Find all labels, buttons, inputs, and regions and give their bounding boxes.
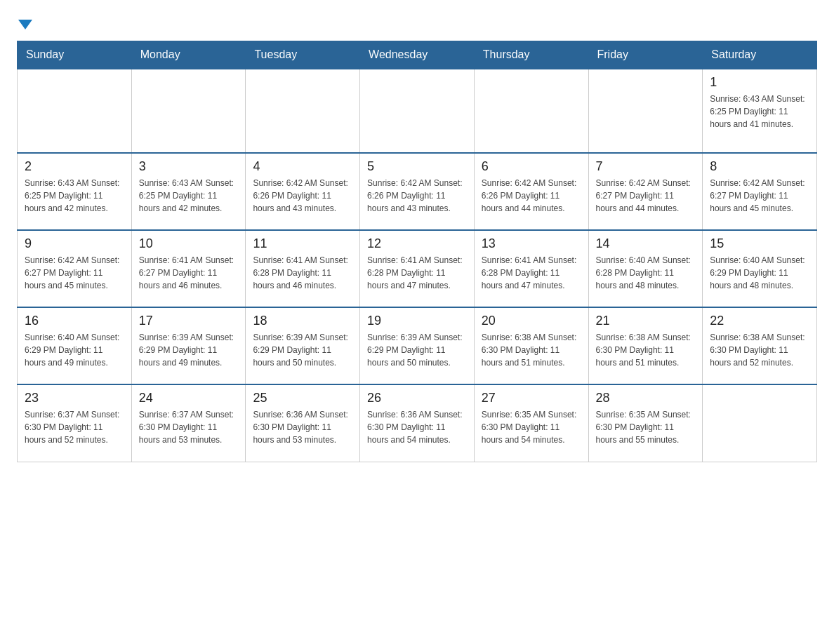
calendar-cell: 24Sunrise: 6:37 AM Sunset: 6:30 PM Dayli… [131, 384, 246, 462]
day-number: 10 [139, 236, 239, 251]
calendar-cell: 27Sunrise: 6:35 AM Sunset: 6:30 PM Dayli… [474, 384, 588, 462]
day-info: Sunrise: 6:41 AM Sunset: 6:28 PM Dayligh… [482, 254, 581, 292]
day-info: Sunrise: 6:39 AM Sunset: 6:29 PM Dayligh… [253, 331, 352, 369]
calendar-cell: 1Sunrise: 6:43 AM Sunset: 6:25 PM Daylig… [703, 69, 817, 153]
calendar-cell: 10Sunrise: 6:41 AM Sunset: 6:27 PM Dayli… [131, 230, 246, 307]
day-info: Sunrise: 6:35 AM Sunset: 6:30 PM Dayligh… [596, 408, 696, 446]
day-number: 24 [139, 391, 239, 405]
weekday-header-saturday: Saturday [703, 41, 817, 69]
day-info: Sunrise: 6:37 AM Sunset: 6:30 PM Dayligh… [25, 408, 124, 446]
day-number: 16 [25, 314, 124, 328]
day-number: 26 [367, 391, 467, 405]
day-number: 28 [596, 391, 696, 405]
calendar-cell: 12Sunrise: 6:41 AM Sunset: 6:28 PM Dayli… [360, 230, 475, 307]
day-info: Sunrise: 6:39 AM Sunset: 6:29 PM Dayligh… [139, 331, 239, 369]
calendar-cell: 5Sunrise: 6:42 AM Sunset: 6:26 PM Daylig… [360, 153, 475, 230]
day-info: Sunrise: 6:41 AM Sunset: 6:28 PM Dayligh… [367, 254, 467, 292]
calendar-cell: 23Sunrise: 6:37 AM Sunset: 6:30 PM Dayli… [18, 384, 132, 462]
day-number: 3 [139, 159, 239, 174]
calendar-cell [588, 69, 703, 153]
day-number: 25 [253, 391, 352, 405]
calendar-cell: 26Sunrise: 6:36 AM Sunset: 6:30 PM Dayli… [360, 384, 475, 462]
day-number: 1 [710, 75, 809, 90]
day-number: 27 [482, 391, 581, 405]
calendar-cell [703, 384, 817, 462]
day-number: 19 [367, 314, 467, 328]
weekday-header-friday: Friday [588, 41, 703, 69]
day-number: 5 [367, 159, 467, 174]
calendar-week-row: 1Sunrise: 6:43 AM Sunset: 6:25 PM Daylig… [18, 69, 817, 153]
day-info: Sunrise: 6:40 AM Sunset: 6:28 PM Dayligh… [596, 254, 696, 292]
weekday-header-row: SundayMondayTuesdayWednesdayThursdayFrid… [18, 41, 817, 69]
day-number: 7 [596, 159, 696, 174]
calendar-cell: 17Sunrise: 6:39 AM Sunset: 6:29 PM Dayli… [131, 307, 246, 384]
day-info: Sunrise: 6:36 AM Sunset: 6:30 PM Dayligh… [367, 408, 467, 446]
calendar-cell: 7Sunrise: 6:42 AM Sunset: 6:27 PM Daylig… [588, 153, 703, 230]
day-info: Sunrise: 6:42 AM Sunset: 6:26 PM Dayligh… [367, 177, 467, 215]
calendar-week-row: 2Sunrise: 6:43 AM Sunset: 6:25 PM Daylig… [18, 153, 817, 230]
calendar-cell: 11Sunrise: 6:41 AM Sunset: 6:28 PM Dayli… [246, 230, 360, 307]
calendar-cell: 9Sunrise: 6:42 AM Sunset: 6:27 PM Daylig… [18, 230, 132, 307]
calendar-cell: 8Sunrise: 6:42 AM Sunset: 6:27 PM Daylig… [703, 153, 817, 230]
calendar-cell: 20Sunrise: 6:38 AM Sunset: 6:30 PM Dayli… [474, 307, 588, 384]
calendar-cell: 22Sunrise: 6:38 AM Sunset: 6:30 PM Dayli… [703, 307, 817, 384]
calendar-cell [131, 69, 246, 153]
day-info: Sunrise: 6:40 AM Sunset: 6:29 PM Dayligh… [25, 331, 124, 369]
weekday-header-monday: Monday [131, 41, 246, 69]
day-number: 22 [710, 314, 809, 328]
calendar-cell: 21Sunrise: 6:38 AM Sunset: 6:30 PM Dayli… [588, 307, 703, 384]
day-info: Sunrise: 6:43 AM Sunset: 6:25 PM Dayligh… [25, 177, 124, 215]
weekday-header-wednesday: Wednesday [360, 41, 475, 69]
logo [17, 17, 32, 29]
day-number: 12 [367, 236, 467, 251]
day-number: 9 [25, 236, 124, 251]
calendar-week-row: 23Sunrise: 6:37 AM Sunset: 6:30 PM Dayli… [18, 384, 817, 462]
day-number: 20 [482, 314, 581, 328]
day-info: Sunrise: 6:42 AM Sunset: 6:27 PM Dayligh… [710, 177, 809, 215]
day-number: 18 [253, 314, 352, 328]
day-info: Sunrise: 6:39 AM Sunset: 6:29 PM Dayligh… [367, 331, 467, 369]
day-number: 2 [25, 159, 124, 174]
day-number: 17 [139, 314, 239, 328]
calendar-cell: 16Sunrise: 6:40 AM Sunset: 6:29 PM Dayli… [18, 307, 132, 384]
weekday-header-sunday: Sunday [18, 41, 132, 69]
day-info: Sunrise: 6:37 AM Sunset: 6:30 PM Dayligh… [139, 408, 239, 446]
day-info: Sunrise: 6:38 AM Sunset: 6:30 PM Dayligh… [482, 331, 581, 369]
weekday-header-tuesday: Tuesday [246, 41, 360, 69]
calendar-cell [18, 69, 132, 153]
calendar-cell [474, 69, 588, 153]
day-number: 11 [253, 236, 352, 251]
day-number: 14 [596, 236, 696, 251]
day-info: Sunrise: 6:43 AM Sunset: 6:25 PM Dayligh… [710, 93, 809, 130]
calendar-cell: 4Sunrise: 6:42 AM Sunset: 6:26 PM Daylig… [246, 153, 360, 230]
calendar-cell: 15Sunrise: 6:40 AM Sunset: 6:29 PM Dayli… [703, 230, 817, 307]
calendar-cell: 2Sunrise: 6:43 AM Sunset: 6:25 PM Daylig… [18, 153, 132, 230]
day-info: Sunrise: 6:42 AM Sunset: 6:27 PM Dayligh… [596, 177, 696, 215]
calendar-cell: 19Sunrise: 6:39 AM Sunset: 6:29 PM Dayli… [360, 307, 475, 384]
weekday-header-thursday: Thursday [474, 41, 588, 69]
page-header [17, 17, 817, 29]
day-info: Sunrise: 6:41 AM Sunset: 6:27 PM Dayligh… [139, 254, 239, 292]
day-number: 8 [710, 159, 809, 174]
day-info: Sunrise: 6:36 AM Sunset: 6:30 PM Dayligh… [253, 408, 352, 446]
calendar-cell: 13Sunrise: 6:41 AM Sunset: 6:28 PM Dayli… [474, 230, 588, 307]
day-info: Sunrise: 6:40 AM Sunset: 6:29 PM Dayligh… [710, 254, 809, 292]
day-info: Sunrise: 6:38 AM Sunset: 6:30 PM Dayligh… [710, 331, 809, 369]
day-info: Sunrise: 6:42 AM Sunset: 6:26 PM Dayligh… [482, 177, 581, 215]
day-info: Sunrise: 6:43 AM Sunset: 6:25 PM Dayligh… [139, 177, 239, 215]
calendar-cell: 28Sunrise: 6:35 AM Sunset: 6:30 PM Dayli… [588, 384, 703, 462]
day-info: Sunrise: 6:35 AM Sunset: 6:30 PM Dayligh… [482, 408, 581, 446]
calendar-cell [246, 69, 360, 153]
calendar-cell: 14Sunrise: 6:40 AM Sunset: 6:28 PM Dayli… [588, 230, 703, 307]
day-info: Sunrise: 6:38 AM Sunset: 6:30 PM Dayligh… [596, 331, 696, 369]
calendar-week-row: 16Sunrise: 6:40 AM Sunset: 6:29 PM Dayli… [18, 307, 817, 384]
logo-triangle-icon [18, 20, 32, 29]
calendar-cell: 25Sunrise: 6:36 AM Sunset: 6:30 PM Dayli… [246, 384, 360, 462]
day-number: 23 [25, 391, 124, 405]
day-info: Sunrise: 6:42 AM Sunset: 6:27 PM Dayligh… [25, 254, 124, 292]
day-info: Sunrise: 6:42 AM Sunset: 6:26 PM Dayligh… [253, 177, 352, 215]
calendar-cell: 3Sunrise: 6:43 AM Sunset: 6:25 PM Daylig… [131, 153, 246, 230]
day-number: 6 [482, 159, 581, 174]
calendar-week-row: 9Sunrise: 6:42 AM Sunset: 6:27 PM Daylig… [18, 230, 817, 307]
calendar-cell: 6Sunrise: 6:42 AM Sunset: 6:26 PM Daylig… [474, 153, 588, 230]
